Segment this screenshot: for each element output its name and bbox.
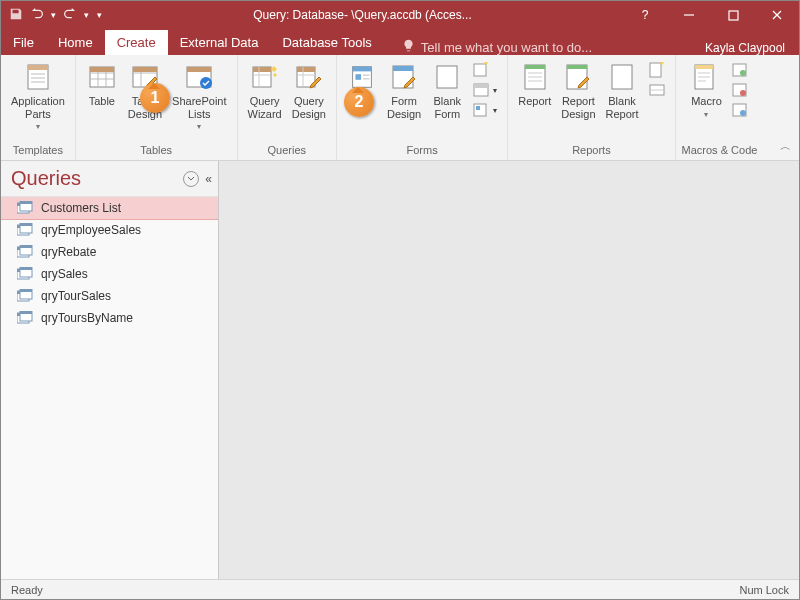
nav-item[interactable]: qryEmployeeSales — [1, 219, 218, 241]
nav-item-label: qrySales — [41, 267, 88, 281]
svg-rect-22 — [474, 84, 488, 88]
nav-list: Customers ListqryEmployeeSalesqryRebateq… — [1, 197, 218, 579]
nav-item-label: qryEmployeeSales — [41, 223, 141, 237]
document-canvas — [219, 161, 799, 579]
more-forms-button[interactable]: ▾ — [469, 101, 501, 119]
visual-basic-button[interactable] — [728, 101, 752, 119]
svg-rect-2 — [28, 65, 48, 70]
svg-rect-13 — [297, 67, 315, 72]
undo-icon[interactable] — [29, 7, 45, 24]
blank-form-button[interactable]: Blank Form — [427, 57, 467, 120]
navigation-pane: Queries « Customers ListqryEmployeeSales… — [1, 161, 219, 579]
tab-file[interactable]: File — [1, 30, 46, 55]
svg-rect-24 — [476, 106, 480, 110]
tab-home[interactable]: Home — [46, 30, 105, 55]
blank-report-button[interactable]: Blank Report — [602, 57, 643, 120]
svg-point-35 — [740, 70, 746, 76]
signed-in-user[interactable]: Kayla Claypool — [705, 41, 799, 55]
status-bar: Ready Num Lock — [1, 579, 799, 599]
ribbon-tabs: File Home Create External Data Database … — [1, 29, 799, 55]
save-icon[interactable] — [9, 7, 23, 24]
callout-2: 2 — [344, 87, 374, 117]
svg-rect-19 — [437, 66, 457, 88]
nav-filter-icon[interactable] — [183, 171, 199, 187]
nav-header[interactable]: Queries « — [1, 161, 218, 197]
tab-create[interactable]: Create — [105, 30, 168, 55]
maximize-button[interactable] — [711, 1, 755, 29]
query-icon — [17, 311, 33, 325]
macro-button[interactable]: Macro ▾ — [686, 57, 726, 119]
navigation-button[interactable]: ▾ — [469, 81, 501, 99]
svg-point-37 — [740, 90, 746, 96]
svg-rect-28 — [567, 65, 587, 69]
collapse-ribbon-button[interactable]: ︿ — [780, 139, 791, 154]
nav-item[interactable]: qrySales — [1, 263, 218, 285]
ribbon-group-reports: Report Report Design Blank Report Report… — [508, 55, 675, 160]
title-bar: ▾ ▾ ▾ Query: Database- \Query.accdb (Acc… — [1, 1, 799, 29]
svg-rect-8 — [187, 67, 211, 72]
form-design-button[interactable]: Form Design — [383, 57, 425, 120]
svg-rect-29 — [612, 65, 632, 89]
tell-me-search[interactable]: Tell me what you want to do... — [392, 39, 602, 55]
svg-rect-6 — [133, 67, 157, 72]
nav-item-label: qryRebate — [41, 245, 96, 259]
report-wizard-button[interactable] — [645, 61, 669, 79]
svg-rect-51 — [20, 245, 32, 248]
svg-rect-59 — [20, 289, 32, 292]
svg-rect-11 — [253, 67, 271, 72]
nav-item[interactable]: qryToursByName — [1, 307, 218, 329]
status-numlock: Num Lock — [739, 584, 789, 596]
form-wizard-button[interactable] — [469, 61, 501, 79]
tab-database-tools[interactable]: Database Tools — [270, 30, 383, 55]
nav-item-label: Customers List — [41, 201, 121, 215]
ribbon: Application Parts ▾ Templates Table Tabl… — [1, 55, 799, 161]
svg-point-39 — [740, 110, 746, 116]
svg-rect-30 — [650, 63, 661, 77]
nav-item[interactable]: qryRebate — [1, 241, 218, 263]
svg-rect-33 — [695, 65, 713, 69]
application-parts-button[interactable]: Application Parts ▾ — [7, 57, 69, 131]
ribbon-group-macros: Macro ▾ Macros & Code — [676, 55, 764, 160]
query-wizard-button[interactable]: Query Wizard — [244, 57, 286, 120]
undo-more-icon[interactable]: ▾ — [51, 10, 56, 20]
query-icon — [17, 223, 33, 237]
svg-rect-26 — [525, 65, 545, 69]
report-button[interactable]: Report — [514, 57, 555, 108]
sharepoint-lists-button[interactable]: SharePoint Lists ▾ — [168, 57, 230, 131]
svg-rect-18 — [393, 66, 413, 71]
tab-external-data[interactable]: External Data — [168, 30, 271, 55]
query-icon — [17, 289, 33, 303]
svg-rect-20 — [474, 64, 486, 76]
report-design-button[interactable]: Report Design — [557, 57, 599, 120]
nav-item-label: qryToursByName — [41, 311, 133, 325]
svg-rect-16 — [355, 74, 361, 80]
nav-item[interactable]: qryTourSales — [1, 285, 218, 307]
svg-rect-15 — [353, 67, 372, 72]
svg-rect-43 — [20, 201, 32, 204]
minimize-button[interactable] — [667, 1, 711, 29]
work-area: Queries « Customers ListqryEmployeeSales… — [1, 161, 799, 579]
table-button[interactable]: Table — [82, 57, 122, 108]
nav-title: Queries — [11, 167, 183, 190]
query-icon — [17, 245, 33, 259]
redo-icon[interactable] — [62, 7, 78, 24]
ribbon-group-templates: Application Parts ▾ Templates — [1, 55, 76, 160]
query-design-button[interactable]: Query Design — [288, 57, 330, 120]
close-button[interactable] — [755, 1, 799, 29]
window-title: Query: Database- \Query.accdb (Acces... — [102, 8, 623, 22]
labels-button[interactable] — [645, 81, 669, 99]
nav-item[interactable]: Customers List — [1, 197, 218, 219]
query-icon — [17, 267, 33, 281]
class-module-button[interactable] — [728, 81, 752, 99]
tell-me-placeholder: Tell me what you want to do... — [421, 40, 592, 55]
nav-item-label: qryTourSales — [41, 289, 111, 303]
redo-more-icon[interactable]: ▾ — [84, 10, 89, 20]
svg-rect-47 — [20, 223, 32, 226]
svg-rect-63 — [20, 311, 32, 314]
svg-rect-4 — [90, 67, 114, 72]
lightbulb-icon — [402, 39, 415, 55]
module-button[interactable] — [728, 61, 752, 79]
nav-collapse-icon[interactable]: « — [205, 172, 212, 186]
help-button[interactable]: ? — [623, 1, 667, 29]
query-icon — [17, 201, 33, 215]
